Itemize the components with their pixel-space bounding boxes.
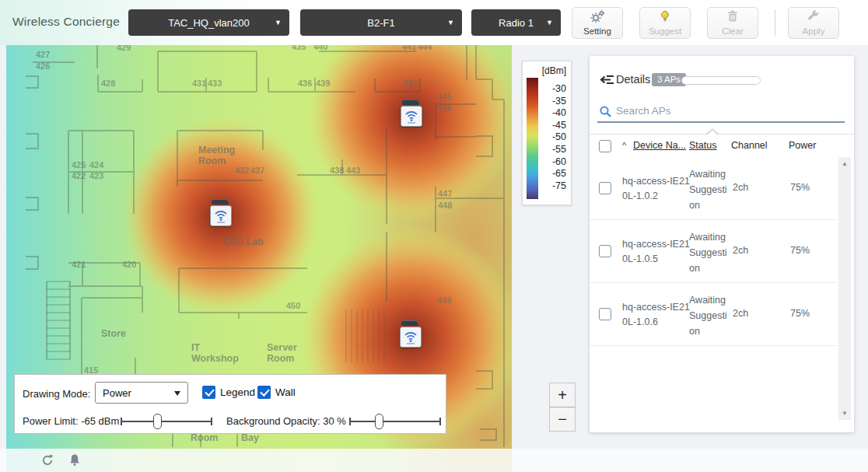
background-opacity-slider[interactable] bbox=[349, 415, 441, 428]
wifi-icon bbox=[401, 106, 422, 127]
chevron-down-icon: ▼ bbox=[546, 19, 553, 26]
row-checkbox[interactable] bbox=[599, 182, 611, 194]
wireless-concierge-app: { "header": { "title": "Wireless Concier… bbox=[0, 0, 868, 472]
background-opacity-slider-thumb[interactable] bbox=[375, 414, 383, 429]
row-checkbox[interactable] bbox=[599, 245, 611, 257]
select-all-checkbox[interactable] bbox=[599, 140, 611, 152]
legend-tick-label: -65 bbox=[538, 168, 566, 180]
power-limit-label: Power Limit: -65 dBm bbox=[23, 415, 119, 427]
power-limit-slider[interactable] bbox=[121, 415, 212, 428]
zoom-in-button[interactable]: + bbox=[550, 383, 575, 407]
collapse-panel-icon[interactable] bbox=[599, 74, 614, 89]
ap-table-row[interactable]: hq-access-IE210L-1.0.2 Awaiting Suggesti… bbox=[590, 157, 837, 220]
wall-checkbox[interactable]: Wall bbox=[257, 386, 296, 399]
device-name-cell: hq-access-IE210L-1.0.2 bbox=[622, 174, 694, 204]
legend-title: [dBm] bbox=[527, 65, 566, 76]
legend-tick-label: -55 bbox=[538, 144, 566, 156]
refresh-icon[interactable] bbox=[40, 453, 54, 470]
room-name-label: ITWorkshop bbox=[191, 342, 239, 364]
column-power: Power bbox=[789, 140, 816, 151]
radio-dropdown[interactable]: Radio 1 ▼ bbox=[471, 9, 561, 36]
scroll-up-icon[interactable]: ▲ bbox=[838, 160, 851, 167]
room-number-label: 426 bbox=[36, 61, 50, 71]
setting-button[interactable]: Setting bbox=[572, 7, 623, 39]
room-number-label: 424 bbox=[89, 160, 103, 170]
floor-dropdown-value: B2-F1 bbox=[367, 17, 394, 29]
legend-tick-list: -30 -35 -40 -45 -50 -55 -60 -65 -75 bbox=[538, 78, 566, 199]
channel-cell: 2ch bbox=[733, 245, 748, 256]
access-point-marker[interactable] bbox=[209, 199, 233, 229]
room-name-label: MeetingRoom bbox=[198, 145, 235, 166]
room-number-label: 437 bbox=[250, 166, 264, 175]
channel-cell: 2ch bbox=[733, 308, 748, 319]
apply-button[interactable]: Apply bbox=[788, 7, 839, 39]
room-number-label: 433 bbox=[208, 79, 222, 88]
legend-checkbox-label: Legend bbox=[220, 386, 255, 398]
room-number-label: 432 bbox=[235, 166, 249, 175]
search-placeholder: Search APs bbox=[616, 105, 671, 117]
panel-title: Details bbox=[616, 73, 650, 86]
room-number-label: 439 bbox=[316, 79, 330, 88]
radio-dropdown-value: Radio 1 bbox=[499, 17, 534, 29]
checkbox-checked-icon bbox=[257, 386, 271, 399]
ap-table-row[interactable]: hq-access-IE210L-1.0.5 Awaiting Suggesti… bbox=[590, 220, 837, 283]
checkbox-checked-icon bbox=[202, 386, 215, 399]
dbm-legend: [dBm] -30 -35 -40 -45 -50 -55 -60 -65 -7… bbox=[522, 61, 572, 205]
map-zoom-controls: + − bbox=[549, 383, 576, 432]
table-scrollbar[interactable]: ▲ ▼ bbox=[838, 157, 851, 420]
legend-tick-label: -50 bbox=[538, 131, 566, 144]
legend-checkbox[interactable]: Legend bbox=[202, 386, 255, 399]
column-status[interactable]: Status bbox=[689, 140, 716, 151]
zoom-out-button[interactable]: − bbox=[550, 407, 575, 431]
background-opacity-label: Background Opacity: 30 % bbox=[226, 415, 346, 427]
drawing-mode-value: Power bbox=[103, 387, 131, 399]
room-number-label: 429 bbox=[117, 45, 131, 52]
drawing-mode-label: Drawing Mode: bbox=[23, 388, 90, 400]
suggest-button[interactable]: Suggest bbox=[639, 7, 691, 39]
status-cell: Awaiting Suggestion bbox=[689, 166, 731, 213]
room-number-label: 421 bbox=[72, 260, 86, 269]
notification-bell-icon[interactable] bbox=[68, 453, 81, 470]
status-cell: Awaiting Suggestion bbox=[689, 292, 731, 339]
table-header: ^ Device Na... Status Channel Power bbox=[590, 134, 854, 157]
room-name-label: ServerRoom bbox=[267, 342, 297, 364]
column-channel: Channel bbox=[731, 140, 768, 151]
room-name-label: Bay bbox=[241, 432, 259, 443]
suggest-button-label: Suggest bbox=[649, 26, 681, 36]
room-number-label: 428 bbox=[101, 79, 115, 88]
wrench-icon bbox=[807, 10, 820, 26]
search-input[interactable]: Search APs bbox=[597, 103, 845, 123]
drawing-mode-select[interactable]: Power bbox=[95, 382, 188, 404]
clear-button[interactable]: Clear bbox=[707, 7, 758, 39]
power-limit-slider-thumb[interactable] bbox=[153, 414, 162, 429]
ap-table-row[interactable]: hq-access-IE210L-1.0.6 Awaiting Suggesti… bbox=[590, 283, 837, 346]
legend-tick-label: -35 bbox=[538, 96, 566, 108]
chevron-down-icon: ▼ bbox=[447, 19, 454, 26]
room-number-label: 447 bbox=[438, 189, 452, 198]
room-number-label: 438 bbox=[330, 166, 344, 175]
ap-antenna-cap bbox=[212, 199, 229, 205]
apply-button-label: Apply bbox=[803, 26, 825, 36]
app-title: Wireless Concierge bbox=[12, 15, 120, 29]
room-number-label: 444 bbox=[418, 45, 432, 51]
column-device-name[interactable]: Device Na... bbox=[633, 140, 686, 151]
row-checkbox[interactable] bbox=[599, 308, 611, 320]
access-point-marker[interactable] bbox=[399, 320, 422, 350]
legend-color-bar bbox=[527, 78, 538, 199]
room-number-label: 425 bbox=[72, 160, 86, 170]
room-number-label: 441 bbox=[402, 45, 416, 51]
gears-icon bbox=[590, 10, 605, 26]
power-cell: 75% bbox=[790, 245, 810, 256]
wall-checkbox-label: Wall bbox=[275, 386, 296, 398]
trash-icon bbox=[727, 10, 738, 26]
power-cell: 75% bbox=[790, 182, 810, 193]
legend-tick-label: -30 bbox=[538, 83, 566, 96]
details-panel: Details 3 APs Search APs ^ Device Na... … bbox=[590, 56, 854, 432]
scroll-down-icon[interactable]: ▼ bbox=[838, 410, 851, 417]
floor-dropdown[interactable]: B2-F1 ▼ bbox=[300, 9, 462, 36]
network-dropdown-value: TAC_HQ_vlan200 bbox=[168, 17, 250, 29]
network-dropdown[interactable]: TAC_HQ_vlan200 ▼ bbox=[128, 9, 289, 36]
access-point-marker[interactable] bbox=[400, 100, 423, 129]
search-icon bbox=[599, 105, 612, 121]
clear-button-label: Clear bbox=[722, 26, 743, 36]
